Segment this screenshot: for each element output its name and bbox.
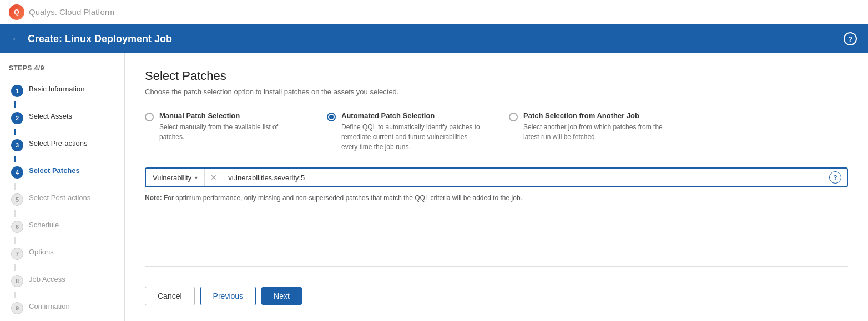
step-label-9: Confirmation — [29, 302, 70, 312]
header-left: ← Create: Linux Deployment Job — [11, 33, 172, 45]
qql-clear-button[interactable]: ✕ — [205, 169, 223, 186]
step-label-7: Options — [29, 247, 54, 257]
footer-buttons: Cancel Previous Next — [145, 278, 848, 305]
qql-row: Vulnerability ▾ ✕ ? — [145, 167, 848, 187]
radio-manual[interactable] — [145, 113, 154, 121]
sidebar-item-select-pre-actions[interactable]: 3 Select Pre-actions — [9, 135, 115, 155]
step-number-8: 8 — [11, 275, 23, 287]
content-area: Select Patches Choose the patch selectio… — [125, 53, 868, 321]
content-inner: Select Patches Choose the patch selectio… — [145, 69, 848, 255]
step-label-4: Select Patches — [29, 166, 80, 176]
option-manual-title: Manual Patch Selection — [159, 111, 300, 120]
connector-6-7 — [14, 237, 16, 244]
patch-selection-options: Manual Patch Selection Select manually f… — [145, 111, 848, 152]
step-number-2: 2 — [11, 112, 23, 124]
sidebar-item-basic-information[interactable]: 1 Basic Information — [9, 81, 115, 100]
option-another-job[interactable]: Patch Selection from Another Job Select … — [509, 111, 664, 152]
step-label-5: Select Post-actions — [29, 193, 90, 203]
sidebar-item-select-post-actions[interactable]: 5 Select Post-actions — [9, 190, 115, 209]
sidebar-item-select-assets[interactable]: 2 Select Assets — [9, 108, 115, 128]
step-number-7: 7 — [11, 248, 23, 260]
page-title: Create: Linux Deployment Job — [28, 33, 172, 45]
steps-label: STEPS 4/9 — [9, 64, 115, 72]
sidebar-item-schedule[interactable]: 6 Schedule — [9, 217, 115, 236]
section-subtitle: Choose the patch selection option to ins… — [145, 88, 848, 96]
logo-icon: Q — [9, 4, 24, 20]
step-label-6: Schedule — [29, 220, 59, 230]
connector-8-9 — [14, 292, 16, 298]
chevron-down-icon: ▾ — [195, 175, 198, 181]
top-bar: Q Qualys. Cloud Platform — [0, 0, 868, 24]
cancel-button[interactable]: Cancel — [145, 287, 195, 305]
option-another-job-title: Patch Selection from Another Job — [523, 111, 664, 120]
sidebar-item-confirmation[interactable]: 9 Confirmation — [9, 298, 115, 318]
connector-7-8 — [14, 264, 16, 271]
step-number-4: 4 — [11, 166, 23, 179]
option-automated-title: Automated Patch Selection — [341, 111, 482, 120]
connector-4-5 — [14, 183, 16, 190]
step-number-6: 6 — [11, 221, 23, 233]
step-label-2: Select Assets — [29, 111, 72, 121]
back-button[interactable]: ← — [11, 33, 21, 45]
step-number-9: 9 — [11, 302, 23, 314]
radio-another-job[interactable] — [509, 113, 518, 121]
next-button[interactable]: Next — [261, 287, 302, 305]
step-number-5: 5 — [11, 193, 23, 206]
option-another-job-desc: Select another job from which patches fr… — [523, 122, 664, 142]
qql-type-dropdown[interactable]: Vulnerability ▾ — [146, 169, 205, 186]
step-number-3: 3 — [11, 139, 23, 151]
connector-2-3 — [14, 129, 16, 135]
sidebar: STEPS 4/9 1 Basic Information 2 Select A… — [0, 53, 125, 321]
step-label-1: Basic Information — [29, 84, 84, 94]
sidebar-item-select-patches[interactable]: 4 Select Patches — [9, 162, 115, 182]
option-manual[interactable]: Manual Patch Selection Select manually f… — [145, 111, 300, 152]
step-label-8: Job Access — [29, 274, 65, 284]
connector-3-4 — [14, 156, 16, 162]
header-bar: ← Create: Linux Deployment Job ? — [0, 24, 868, 53]
qql-type-label: Vulnerability — [153, 174, 191, 182]
qql-help-icon[interactable]: ? — [829, 171, 841, 184]
connector-5-6 — [14, 210, 16, 217]
step-label-3: Select Pre-actions — [29, 139, 88, 149]
main-layout: STEPS 4/9 1 Basic Information 2 Select A… — [0, 53, 868, 321]
option-automated-desc: Define QQL to automatically identify pat… — [341, 122, 482, 152]
previous-button[interactable]: Previous — [200, 287, 256, 305]
help-icon[interactable]: ? — [844, 32, 857, 45]
logo-text: Qualys. Cloud Platform — [29, 7, 114, 17]
connector-1-2 — [14, 101, 16, 108]
logo-area: Q Qualys. Cloud Platform — [9, 4, 114, 20]
radio-automated[interactable] — [327, 113, 336, 121]
option-automated[interactable]: Automated Patch Selection Define QQL to … — [327, 111, 482, 152]
qql-input[interactable] — [223, 169, 829, 186]
option-manual-desc: Select manually from the available list … — [159, 122, 300, 142]
footer-section: Cancel Previous Next — [145, 255, 848, 305]
section-title: Select Patches — [145, 69, 848, 83]
sidebar-item-job-access[interactable]: 8 Job Access — [9, 271, 115, 291]
note-text: Note: For optimum performance, only miss… — [145, 194, 848, 202]
step-number-1: 1 — [11, 85, 23, 97]
sidebar-item-options[interactable]: 7 Options — [9, 244, 115, 263]
divider — [145, 266, 848, 267]
